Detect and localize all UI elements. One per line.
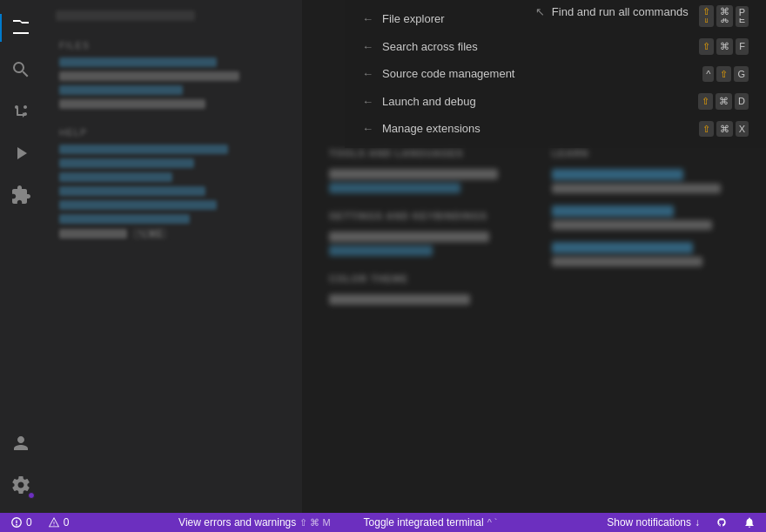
account-icon[interactable] bbox=[0, 422, 42, 464]
learn-section-title: Learn bbox=[552, 148, 740, 158]
warnings-count[interactable]: 0 bbox=[44, 516, 73, 529]
show-notifications-button[interactable]: Show notifications ↓ bbox=[603, 516, 703, 529]
sidebar-section-help: Help bbox=[42, 124, 302, 141]
settings-icon[interactable] bbox=[0, 464, 42, 506]
keybinding: ⇧ ⌘ D bbox=[698, 93, 749, 110]
view-errors-label: View errors and warnings bbox=[178, 516, 296, 529]
error-count-label: 0 bbox=[26, 516, 32, 529]
arrow-icon: ← bbox=[362, 10, 373, 28]
find-run-label[interactable]: Find and run all commands bbox=[552, 5, 689, 18]
command-item-manage-extensions[interactable]: ← Manage extensions ⇧ ⌘ X bbox=[345, 115, 766, 143]
toggle-terminal-label: Toggle integrated terminal bbox=[364, 516, 484, 529]
source-control-icon[interactable] bbox=[0, 91, 42, 132]
warning-icon bbox=[48, 516, 60, 529]
toggle-terminal-keybinding: ^ ` bbox=[487, 517, 498, 528]
status-bar: 0 0 View errors and warnings ⇧ ⌘ M Toggl… bbox=[0, 513, 766, 532]
command-label: Search across files bbox=[382, 38, 699, 56]
status-bar-left: 0 0 bbox=[7, 516, 72, 529]
command-item-source-control[interactable]: ← Source code management ^ ⇧ G bbox=[345, 60, 766, 88]
tools-section-title: Tools and languages bbox=[329, 148, 517, 158]
svg-point-2 bbox=[16, 524, 17, 526]
error-icon bbox=[10, 516, 23, 529]
find-run-arrow: ↖ bbox=[535, 5, 545, 18]
command-palette: ↖ Find and run all commands ⇧ ⌘ P ← File… bbox=[345, 0, 766, 148]
view-errors-button[interactable]: View errors and warnings ⇧ ⌘ M bbox=[175, 516, 333, 529]
arrow-icon: ← bbox=[362, 93, 373, 111]
main-content: ↖ Find and run all commands ⇧ ⌘ P ← File… bbox=[303, 0, 766, 513]
command-label: Source code management bbox=[382, 65, 702, 83]
broadcast-icon[interactable] bbox=[712, 516, 731, 529]
arrow-icon: ← bbox=[362, 65, 373, 83]
command-label: Manage extensions bbox=[382, 120, 699, 138]
run-debug-icon[interactable] bbox=[0, 132, 42, 174]
toggle-terminal-button[interactable]: Toggle integrated terminal ^ ` bbox=[360, 516, 501, 529]
keybinding: ^ ⇧ G bbox=[702, 66, 749, 83]
command-item-launch-debug[interactable]: ← Launch and debug ⇧ ⌘ D bbox=[345, 88, 766, 116]
activity-bar-bottom bbox=[0, 422, 42, 513]
arrow-icon: ← bbox=[362, 38, 373, 56]
command-item-search-files[interactable]: ← Search across files ⇧ ⌘ F bbox=[345, 33, 766, 61]
color-theme-title: Color theme bbox=[329, 273, 517, 284]
search-icon[interactable] bbox=[0, 49, 42, 91]
files-icon[interactable] bbox=[0, 7, 42, 49]
status-bar-right: Show notifications ↓ bbox=[603, 516, 759, 529]
command-label: Launch and debug bbox=[382, 93, 698, 111]
keybinding: ⇧ ⌘ X bbox=[699, 121, 749, 138]
warning-count-label: 0 bbox=[64, 516, 70, 529]
find-run-keybinding: ⇧ ⌘ P bbox=[699, 5, 749, 18]
sidebar-content: Files Help ⌥⌘E bbox=[42, 0, 302, 254]
view-errors-keybinding: ⇧ ⌘ M bbox=[299, 517, 330, 529]
bell-icon[interactable] bbox=[740, 516, 759, 529]
arrow-icon: ← bbox=[362, 120, 373, 138]
sidebar: Files Help ⌥⌘E bbox=[42, 0, 303, 513]
errors-count[interactable]: 0 bbox=[7, 516, 36, 529]
extensions-icon[interactable] bbox=[0, 174, 42, 216]
sidebar-section-files: Files bbox=[42, 37, 302, 54]
notifications-arrow: ↓ bbox=[695, 516, 700, 529]
activity-bar bbox=[0, 0, 42, 513]
show-notifications-label: Show notifications bbox=[607, 516, 691, 529]
keybinding: ⇧ ⌘ F bbox=[699, 38, 749, 55]
settings-section-title: Settings and keybindings bbox=[329, 211, 517, 221]
status-bar-center: View errors and warnings ⇧ ⌘ M Toggle in… bbox=[72, 516, 603, 529]
